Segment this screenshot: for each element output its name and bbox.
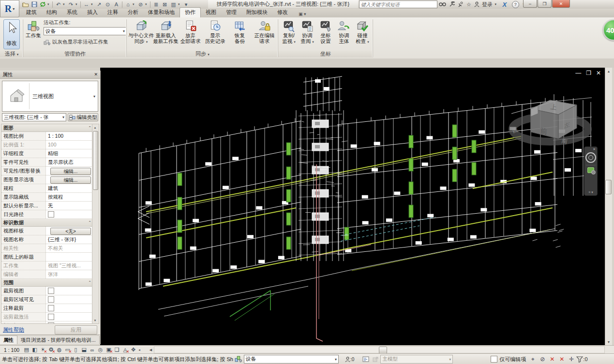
communication-center-icon[interactable] — [456, 0, 465, 8]
modify-button[interactable]: 修改 — [3, 19, 20, 49]
analytical-model-icon[interactable]: ◬✕ — [121, 346, 129, 353]
vertical-scrollbar[interactable]: ▲ ▼ — [605, 68, 612, 345]
copy-monitor-button[interactable]: 复制/监视 ▾ — [279, 18, 299, 50]
palette-scroll-up[interactable]: ▲ — [92, 125, 98, 130]
tag-by-category-icon[interactable]: ⊙ — [104, 0, 112, 8]
property-value[interactable]: 编辑... — [46, 167, 93, 175]
tab-附加模块[interactable]: 附加模块 — [241, 8, 272, 17]
scroll-down-arrow[interactable]: ▼ — [605, 338, 612, 345]
close-button[interactable]: ✕ — [552, 0, 570, 8]
editing-requests-button[interactable]: 正在编辑请求 — [252, 18, 277, 50]
search-box[interactable] — [359, 0, 437, 8]
sync-central-button[interactable]: 与中心文件同步 ▾ — [128, 18, 154, 50]
property-value[interactable] — [46, 304, 93, 312]
checkbox[interactable] — [48, 211, 54, 218]
shadows-icon[interactable]: ❂✕ — [47, 346, 55, 353]
view-minimize-icon[interactable]: — — [575, 70, 581, 76]
property-value[interactable] — [46, 321, 93, 324]
collapse-arrow-icon[interactable]: ◂ — [138, 348, 140, 352]
gray-inactive-worksets-toggle[interactable]: 以灰色显示非活动工作集 — [44, 39, 108, 45]
editable-only-toggle[interactable]: 仅可编辑项 — [491, 356, 526, 363]
edit-button[interactable]: <无> — [50, 228, 91, 235]
view-scale-label[interactable]: 1 : 100 — [4, 347, 19, 353]
property-value[interactable]: <无> — [46, 227, 93, 235]
close-icon[interactable]: ✕ — [94, 72, 98, 77]
editable-only-checkbox[interactable] — [491, 356, 497, 363]
sign-in-person-icon[interactable] — [473, 0, 481, 8]
property-value[interactable]: 张洋 — [46, 270, 93, 278]
palette-scroll-down[interactable]: ▼ — [92, 318, 98, 323]
aligned-dimension-icon[interactable]: ↗ — [95, 0, 103, 8]
favorites-star-icon[interactable]: ☆ — [465, 0, 473, 8]
help-icon[interactable]: ? — [512, 1, 519, 8]
chevron-down-icon[interactable]: ▾ — [493, 0, 499, 8]
thin-lines-icon[interactable]: ≣ — [152, 0, 160, 8]
active-workset-dropdown[interactable]: 设备▾ — [44, 27, 127, 35]
property-value[interactable] — [46, 313, 93, 321]
relinquish-all-button[interactable]: 放弃全部请求 — [178, 18, 203, 50]
sun-path-icon[interactable]: ☀✕ — [39, 346, 47, 353]
navbar-menu-icon[interactable]: ≡ ▾ — [588, 190, 593, 195]
scroll-up-arrow[interactable]: ▲ — [605, 68, 612, 74]
restore-backup-button[interactable]: 恢复备份 — [227, 18, 253, 50]
temporary-hide-isolate-icon[interactable]: ∞ — [88, 346, 96, 353]
edit-button[interactable]: 编辑... — [50, 168, 91, 175]
undo-icon[interactable]: ↶ — [54, 0, 62, 8]
workset-dropdown[interactable]: 设备▾ — [244, 355, 339, 364]
horizontal-scroll-thumb[interactable] — [379, 347, 387, 354]
section-header-范围[interactable]: 范围⌃ — [1, 279, 93, 287]
show-rendering-dialog-icon[interactable]: ◍ — [55, 346, 63, 353]
worksets-button[interactable]: 工作集 — [24, 18, 43, 50]
navigation-bar[interactable]: ✕ ≡ ▾ — [584, 146, 598, 196]
scroll-left-arrow[interactable]: ◀ — [148, 346, 154, 353]
property-value[interactable]: 精细 — [46, 149, 93, 158]
checkbox[interactable] — [48, 314, 54, 320]
tab-视图[interactable]: 视图 — [201, 8, 221, 17]
coordination-review-button[interactable]: 协调查阅 ▾ — [298, 18, 317, 50]
property-value[interactable]: 编辑... — [46, 175, 93, 184]
editing-requests-icon[interactable] — [343, 355, 352, 364]
drawing-area[interactable]: — ❐ ✕ 西 南 上 前 左 ✕ ≡ ▾ — [100, 68, 605, 345]
exchange-apps-icon[interactable]: X — [503, 1, 507, 8]
sign-in-label[interactable]: 登录 — [482, 1, 493, 8]
tab-project-browser[interactable]: 项目浏览器 - 技师学院机电培训... — [17, 336, 100, 344]
highlight-displacement-icon[interactable]: ✥ — [129, 346, 137, 353]
synchronize-panel-label[interactable]: 同步 ▾ — [127, 50, 278, 58]
select-panel-label[interactable]: 选择 ▾ — [0, 50, 23, 58]
reveal-hidden-elements-icon[interactable]: ◎ — [96, 346, 105, 353]
temporary-view-properties-icon[interactable]: ❑ — [113, 346, 121, 353]
workset-status-icon[interactable] — [233, 355, 243, 364]
crop-region-visible-icon[interactable]: ▯ — [72, 346, 80, 353]
visual-style-icon[interactable]: ◧ — [30, 346, 39, 353]
edit-button[interactable]: 编辑... — [50, 176, 91, 184]
interference-check-button[interactable]: 碰撞检查 ▾ — [353, 18, 372, 50]
view-cube[interactable]: 西 南 上 前 左 — [504, 94, 596, 147]
view-restore-icon[interactable]: ❐ — [586, 70, 591, 76]
property-value[interactable]: 显示原状态 — [46, 158, 93, 166]
coordination-host-button[interactable]: 协调主体 — [334, 18, 354, 50]
property-value[interactable]: 1 : 100 — [46, 132, 93, 140]
tab-体量和场地[interactable]: 体量和场地 — [143, 8, 180, 17]
tab-结构[interactable]: 结构 — [42, 8, 62, 17]
palette-scrollbar[interactable]: ▲ ▼ — [92, 124, 99, 324]
text-note-icon[interactable]: A — [112, 0, 120, 8]
navbar-close-icon[interactable]: ✕ — [591, 147, 597, 152]
steering-wheel-icon[interactable] — [585, 152, 596, 163]
checkbox[interactable] — [48, 288, 54, 294]
property-value[interactable]: {三维 - 张洋} — [46, 235, 93, 244]
ribbon-display-toggle[interactable]: ▣ ▾ — [297, 11, 308, 17]
apply-button[interactable]: 应用 — [55, 325, 97, 335]
switch-windows-icon[interactable]: ▥ — [169, 0, 178, 8]
type-selector[interactable]: 三维视图 ▾ — [2, 81, 98, 112]
drag-elements-icon[interactable]: ✛ — [567, 355, 576, 364]
coordination-settings-button[interactable]: 坐标设置 — [316, 18, 335, 50]
property-value[interactable]: 按规程 — [46, 193, 93, 201]
measure-icon[interactable]: ↔ — [82, 0, 90, 8]
worksharing-dialog-icon[interactable] — [361, 355, 371, 364]
tab-注释[interactable]: 注释 — [103, 8, 123, 17]
property-value[interactable]: 视图 "三维视... — [46, 262, 93, 270]
selection-filter[interactable]: :0 — [576, 356, 587, 363]
vertical-scroll-thumb[interactable] — [605, 180, 612, 194]
unpin-permitted-icon[interactable]: ✕ — [547, 355, 557, 364]
detail-level-icon[interactable]: ▤ — [22, 346, 30, 353]
